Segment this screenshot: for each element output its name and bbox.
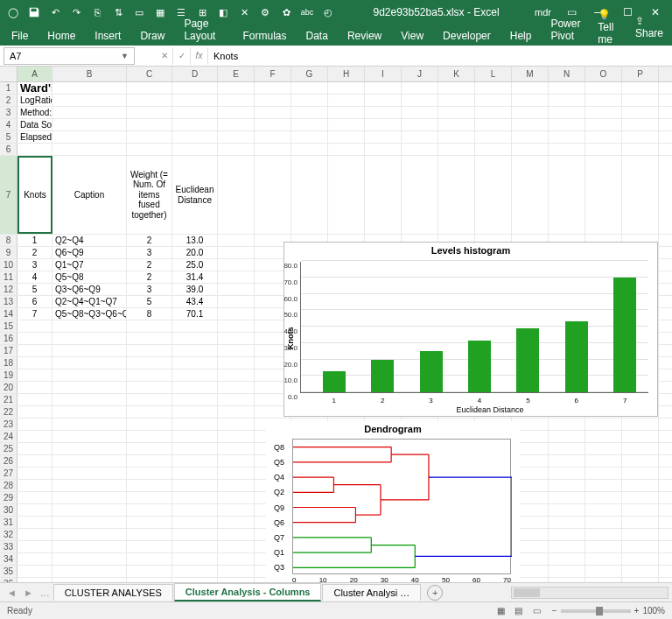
col-header[interactable]: B xyxy=(52,67,127,81)
redo-button[interactable]: ↷ xyxy=(66,3,86,22)
tab-formulas[interactable]: Formulas xyxy=(234,26,297,46)
chevron-down-icon[interactable]: ▼ xyxy=(121,52,129,60)
tab-view[interactable]: View xyxy=(391,26,433,46)
page-layout-icon[interactable]: ▤ xyxy=(511,605,527,616)
qat-icon[interactable]: ✕ xyxy=(234,3,254,22)
horizontal-scrollbar[interactable] xyxy=(511,587,668,599)
tab-draw[interactable]: Draw xyxy=(130,26,174,46)
col-header[interactable]: J xyxy=(402,67,438,81)
tab-home[interactable]: Home xyxy=(38,26,85,46)
spreadsheet-grid[interactable]: A B C D E F G H I J K L M N O P 1Ward's … xyxy=(0,67,672,619)
zoom-controls: − + 100% xyxy=(552,606,665,615)
zoom-out-button[interactable]: − xyxy=(552,606,557,615)
qat-icon[interactable]: ▦ xyxy=(150,3,170,22)
select-all-corner[interactable] xyxy=(0,67,18,81)
ribbon-tabs: File Home Insert Draw Page Layout Formul… xyxy=(0,25,672,46)
tab-help[interactable]: Help xyxy=(500,26,542,46)
col-header[interactable]: F xyxy=(255,67,291,81)
tab-page-layout[interactable]: Page Layout xyxy=(174,14,233,46)
sheet-tab[interactable]: CLUSTER ANALYSES xyxy=(53,584,173,601)
qat-icon[interactable]: ⇅ xyxy=(108,3,128,22)
formula-input[interactable]: Knots xyxy=(208,51,672,61)
cancel-icon[interactable]: ✕ xyxy=(156,47,173,65)
col-header[interactable]: L xyxy=(475,67,512,81)
tab-developer[interactable]: Developer xyxy=(433,26,500,46)
share-button[interactable]: ⇪ Share xyxy=(635,15,663,39)
tab-powerpivot[interactable]: Power Pivot xyxy=(541,14,598,46)
col-header[interactable]: H xyxy=(328,67,365,81)
col-header[interactable]: P xyxy=(622,67,659,81)
formula-buttons: ✕ ✓ fx xyxy=(156,47,208,65)
sheet-tab-bar: ◄ ► … CLUSTER ANALYSES Cluster Analysis … xyxy=(0,582,672,601)
column-headers: A B C D E F G H I J K L M N O P xyxy=(0,67,672,82)
col-header[interactable]: K xyxy=(438,67,475,81)
status-text: Ready xyxy=(7,606,32,615)
chart-title: Dendrogram xyxy=(266,421,520,437)
dendrogram-chart[interactable]: Dendrogram Q8Q5Q4Q2Q9Q6Q7Q1Q3 0102030405… xyxy=(266,421,520,587)
col-header[interactable]: C xyxy=(127,67,172,81)
qat-icon[interactable]: ◴ xyxy=(318,3,338,22)
sheet-nav-next[interactable]: ► xyxy=(20,587,37,598)
undo-button[interactable]: ↶ xyxy=(46,3,65,22)
sheet-tab[interactable]: Cluster Analysi … xyxy=(322,584,421,601)
col-header[interactable]: N xyxy=(549,67,585,81)
quick-access-toolbar: ◯ ↶ ↷ ⎘ ⇅ ▭ ▦ ☰ ⊞ ◧ ✕ ⚙ ✿ abc ◴ xyxy=(4,3,338,22)
autosave-toggle[interactable]: ◯ xyxy=(4,3,23,22)
sheet-nav-more[interactable]: … xyxy=(37,587,53,598)
chart-plot-area: 0.010.020.030.040.050.060.070.080.012345… xyxy=(300,262,648,393)
sheet-tab[interactable]: Cluster Analysis - Columns xyxy=(174,583,322,601)
normal-view-icon[interactable]: ▦ xyxy=(493,605,508,616)
zoom-slider[interactable] xyxy=(561,609,631,613)
col-header[interactable]: D xyxy=(172,67,218,81)
qat-icon[interactable]: ✿ xyxy=(276,3,296,22)
name-box[interactable]: A7 ▼ xyxy=(4,47,135,65)
col-header[interactable]: O xyxy=(585,67,622,81)
col-header[interactable]: A xyxy=(18,67,52,81)
tab-data[interactable]: Data xyxy=(297,26,338,46)
qat-icon[interactable]: abc xyxy=(298,3,317,22)
tab-review[interactable]: Review xyxy=(338,26,391,46)
sheet-nav-prev[interactable]: ◄ xyxy=(4,587,20,598)
zoom-in-button[interactable]: + xyxy=(634,606,640,615)
status-bar: Ready ▦ ▤ ▭ − + 100% xyxy=(0,601,672,619)
window-title: 9d2e93b52ba5.xlsx - Excel xyxy=(338,6,535,18)
accept-icon[interactable]: ✓ xyxy=(173,47,191,65)
tab-file[interactable]: File xyxy=(2,26,38,46)
view-buttons: ▦ ▤ ▭ xyxy=(493,605,545,616)
col-header[interactable]: G xyxy=(291,67,328,81)
col-header[interactable]: M xyxy=(512,67,549,81)
save-button[interactable] xyxy=(24,3,44,22)
chart-plot-area: Q8Q5Q4Q2Q9Q6Q7Q1Q3 xyxy=(292,439,511,574)
bar-chart[interactable]: Levels histogram Knots 0.010.020.030.040… xyxy=(284,242,658,417)
add-sheet-button[interactable]: + xyxy=(427,585,443,601)
name-box-value: A7 xyxy=(10,51,21,61)
tab-insert[interactable]: Insert xyxy=(85,26,130,46)
qat-icon[interactable]: ⚙ xyxy=(256,3,275,22)
col-header[interactable]: I xyxy=(365,67,402,81)
chart-title: Levels histogram xyxy=(284,243,657,258)
tell-me[interactable]: 💡 Tell me xyxy=(598,9,626,46)
formula-bar: A7 ▼ ✕ ✓ fx Knots xyxy=(0,46,672,67)
page-break-icon[interactable]: ▭ xyxy=(529,605,545,616)
zoom-level[interactable]: 100% xyxy=(642,606,665,615)
qat-icon[interactable]: ⎘ xyxy=(88,3,107,22)
fx-icon[interactable]: fx xyxy=(191,47,208,65)
qat-icon[interactable]: ▭ xyxy=(130,3,149,22)
col-header[interactable]: E xyxy=(218,67,255,81)
